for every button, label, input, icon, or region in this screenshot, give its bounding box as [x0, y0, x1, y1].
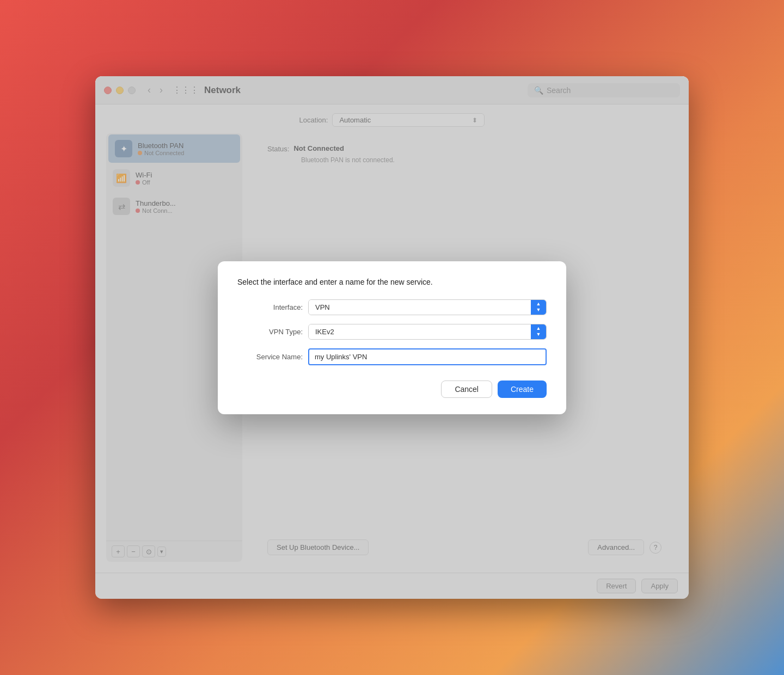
vpn-type-stepper-up[interactable]: ▲ — [536, 326, 541, 331]
vpn-type-select[interactable]: IKEv2 ▲ ▼ — [308, 324, 547, 340]
cancel-button[interactable]: Cancel — [441, 381, 492, 398]
new-service-dialog: Select the interface and enter a name fo… — [218, 261, 566, 414]
service-name-row: Service Name: — [237, 348, 547, 365]
interface-value: VPN — [309, 300, 531, 315]
vpn-type-label: VPN Type: — [237, 328, 303, 336]
service-name-input[interactable] — [308, 348, 547, 365]
service-name-label: Service Name: — [237, 353, 303, 361]
interface-stepper[interactable]: ▲ ▼ — [531, 300, 546, 315]
dialog-title: Select the interface and enter a name fo… — [237, 278, 547, 286]
interface-stepper-up[interactable]: ▲ — [536, 302, 541, 306]
interface-stepper-down[interactable]: ▼ — [536, 308, 541, 312]
create-button[interactable]: Create — [498, 381, 547, 398]
vpn-type-value: IKEv2 — [309, 324, 531, 339]
interface-select[interactable]: VPN ▲ ▼ — [308, 299, 547, 315]
vpn-type-stepper-down[interactable]: ▼ — [536, 332, 541, 337]
main-window: ‹ › ⋮⋮⋮ Network 🔍 Location: Automatic ⬍ — [95, 76, 689, 599]
interface-row: Interface: VPN ▲ ▼ — [237, 299, 547, 315]
vpn-type-stepper[interactable]: ▲ ▼ — [531, 324, 546, 339]
vpn-type-row: VPN Type: IKEv2 ▲ ▼ — [237, 324, 547, 340]
dialog-overlay: Select the interface and enter a name fo… — [95, 76, 689, 599]
dialog-buttons: Cancel Create — [237, 381, 547, 398]
interface-label: Interface: — [237, 303, 303, 311]
